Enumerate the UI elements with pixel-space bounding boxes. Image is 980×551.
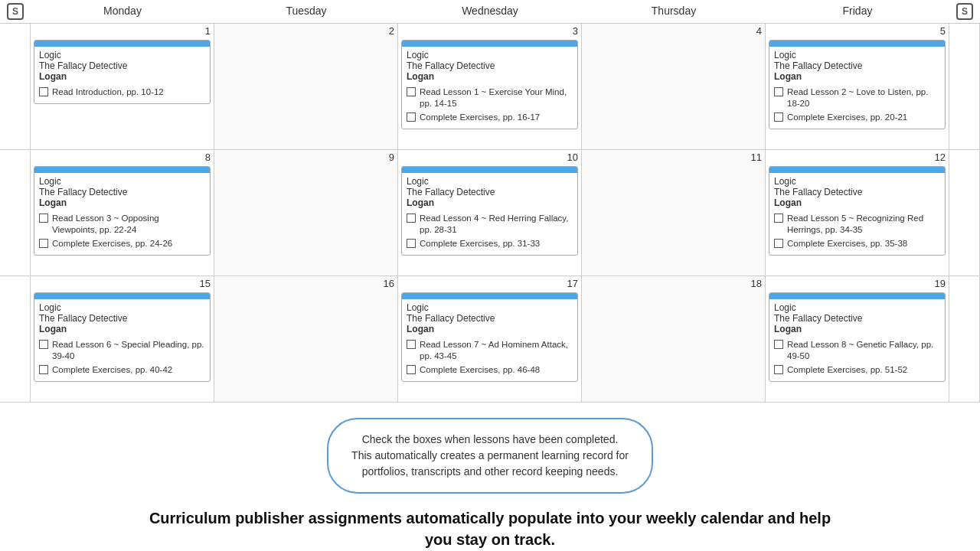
event-body: LogicThe Fallacy DetectiveLoganRead Less… (769, 299, 945, 381)
task-item-1: Complete Exercises, pp. 46-48 (407, 364, 573, 376)
week-0-day-0: 1LogicThe Fallacy DetectiveLoganRead Int… (31, 24, 214, 149)
event-student: Logan (39, 197, 205, 208)
task-checkbox[interactable] (39, 214, 48, 223)
event-card-0-2-0: LogicThe Fallacy DetectiveLoganRead Less… (401, 40, 578, 129)
event-body: LogicThe Fallacy DetectiveLoganRead Less… (769, 47, 945, 129)
s-left-badge[interactable]: S (7, 3, 24, 20)
event-subject: Logic (39, 302, 205, 313)
task-checkbox[interactable] (774, 239, 783, 248)
event-title: The Fallacy Detective (407, 313, 573, 324)
task-text: Read Lesson 3 ~ Opposing Viewpoints, pp.… (52, 213, 205, 236)
day-number-0-1: 2 (214, 24, 397, 38)
event-header-bar (402, 167, 577, 173)
task-text: Read Lesson 4 ~ Red Herring Fallacy, pp.… (420, 213, 573, 236)
event-subject: Logic (774, 50, 940, 60)
task-checkbox[interactable] (774, 112, 783, 122)
task-item-1: Complete Exercises, pp. 51-52 (774, 364, 940, 376)
event-student: Logan (774, 71, 940, 82)
task-checkbox[interactable] (407, 112, 416, 122)
event-card-2-4-0: LogicThe Fallacy DetectiveLoganRead Less… (769, 292, 946, 382)
task-text: Read Lesson 7 ~ Ad Hominem Attack, pp. 4… (420, 339, 573, 362)
task-checkbox[interactable] (774, 365, 783, 374)
day-number-2-4: 19 (766, 276, 949, 291)
day-number-2-0: 15 (31, 276, 214, 291)
task-checkbox[interactable] (774, 87, 783, 96)
week-1-left-side (0, 150, 31, 276)
task-text: Read Lesson 1 ~ Exercise Your Mind, pp. … (420, 86, 573, 109)
footer-text: Curriculum publisher assignments automat… (145, 507, 835, 550)
event-title: The Fallacy Detective (39, 60, 205, 71)
task-item-0: Read Lesson 3 ~ Opposing Viewpoints, pp.… (39, 213, 205, 236)
event-header-bar (769, 167, 945, 173)
week-2-day-2: 17LogicThe Fallacy DetectiveLoganRead Le… (398, 276, 582, 402)
task-checkbox[interactable] (774, 214, 783, 223)
event-student: Logan (39, 71, 205, 82)
event-student: Logan (407, 71, 573, 82)
event-title: The Fallacy Detective (407, 187, 573, 197)
header-monday: Monday (31, 0, 214, 23)
day-number-0-3: 4 (582, 24, 765, 38)
week-2-day-1: 16 (214, 276, 398, 402)
task-checkbox[interactable] (39, 340, 48, 349)
task-item-0: Read Lesson 2 ~ Love to Listen, pp. 18-2… (774, 86, 940, 109)
week-2-day-4: 19LogicThe Fallacy DetectiveLoganRead Le… (766, 276, 949, 402)
task-item-1: Complete Exercises, pp. 40-42 (39, 364, 205, 376)
event-student: Logan (774, 197, 940, 208)
task-text: Read Lesson 8 ~ Genetic Fallacy, pp. 49-… (787, 339, 940, 362)
task-text: Complete Exercises, pp. 51-52 (787, 364, 907, 376)
day-number-1-4: 12 (766, 150, 949, 165)
event-student: Logan (39, 324, 205, 334)
week-1-day-1: 9 (214, 150, 398, 276)
day-number-0-0: 1 (31, 24, 214, 38)
week-2-right-side (949, 276, 980, 402)
callout-bubble: Check the boxes when lessons have been c… (327, 418, 653, 494)
event-body: LogicThe Fallacy DetectiveLoganRead Less… (402, 299, 577, 381)
event-student: Logan (774, 324, 940, 334)
task-item-1: Complete Exercises, pp. 35-38 (774, 238, 940, 249)
event-body: LogicThe Fallacy DetectiveLoganRead Less… (769, 173, 945, 255)
event-card-0-0-0: LogicThe Fallacy DetectiveLoganRead Intr… (34, 40, 211, 104)
task-item-0: Read Lesson 7 ~ Ad Hominem Attack, pp. 4… (407, 339, 573, 362)
event-subject: Logic (39, 176, 205, 187)
task-text: Complete Exercises, pp. 16-17 (420, 112, 540, 123)
week-row-1: 8LogicThe Fallacy DetectiveLoganRead Les… (0, 150, 980, 276)
event-card-1-2-0: LogicThe Fallacy DetectiveLoganRead Less… (401, 166, 578, 256)
event-card-2-2-0: LogicThe Fallacy DetectiveLoganRead Less… (401, 292, 578, 382)
event-header-bar (34, 41, 210, 47)
task-item-0: Read Lesson 1 ~ Exercise Your Mind, pp. … (407, 86, 573, 109)
header-wednesday: Wednesday (398, 0, 582, 23)
event-header-bar (402, 41, 577, 47)
event-subject: Logic (774, 302, 940, 313)
event-header-bar (402, 293, 577, 299)
week-row-0: 1LogicThe Fallacy DetectiveLoganRead Int… (0, 24, 980, 150)
task-checkbox[interactable] (407, 340, 416, 349)
event-card-1-4-0: LogicThe Fallacy DetectiveLoganRead Less… (769, 166, 946, 256)
s-right-side: S (949, 0, 980, 23)
s-right-badge[interactable]: S (956, 3, 973, 20)
task-item-0: Read Lesson 4 ~ Red Herring Fallacy, pp.… (407, 213, 573, 236)
task-checkbox[interactable] (407, 214, 416, 223)
task-text: Read Lesson 6 ~ Special Pleading, pp. 39… (52, 339, 205, 362)
task-checkbox[interactable] (407, 365, 416, 374)
header-thursday: Thursday (582, 0, 766, 23)
task-checkbox[interactable] (39, 87, 48, 96)
event-subject: Logic (407, 302, 573, 313)
event-subject: Logic (407, 176, 573, 187)
task-checkbox[interactable] (774, 340, 783, 349)
task-checkbox[interactable] (39, 365, 48, 374)
week-1-day-3: 11 (582, 150, 766, 276)
calendar-body: 1LogicThe Fallacy DetectiveLoganRead Int… (0, 24, 980, 403)
task-checkbox[interactable] (39, 239, 48, 248)
task-text: Complete Exercises, pp. 24-26 (52, 238, 172, 249)
event-body: LogicThe Fallacy DetectiveLoganRead Less… (34, 173, 210, 255)
event-title: The Fallacy Detective (774, 313, 940, 324)
week-2-day-0: 15LogicThe Fallacy DetectiveLoganRead Le… (31, 276, 214, 402)
bottom-section: Check the boxes when lessons have been c… (0, 403, 980, 551)
task-item-1: Complete Exercises, pp. 24-26 (39, 238, 205, 249)
event-subject: Logic (774, 176, 940, 187)
week-1-day-4: 12LogicThe Fallacy DetectiveLoganRead Le… (766, 150, 949, 276)
week-2-day-3: 18 (582, 276, 766, 402)
task-checkbox[interactable] (407, 239, 416, 248)
task-item-0: Read Lesson 8 ~ Genetic Fallacy, pp. 49-… (774, 339, 940, 362)
task-checkbox[interactable] (407, 87, 416, 96)
